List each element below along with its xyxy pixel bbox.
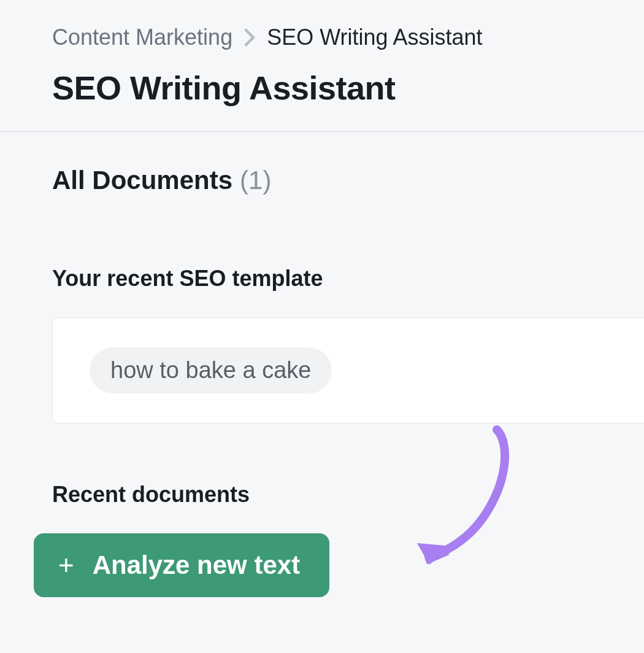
chevron-right-icon <box>243 28 256 47</box>
all-documents-label: All Documents <box>52 166 232 195</box>
analyze-button-label: Analyze new text <box>93 551 300 580</box>
header-section: Content Marketing SEO Writing Assistant … <box>0 0 644 131</box>
all-documents-count: (1) <box>240 166 271 195</box>
recent-documents-heading: Recent documents <box>52 482 644 508</box>
template-chip[interactable]: how to bake a cake <box>90 347 332 393</box>
recent-template-heading: Your recent SEO template <box>52 266 644 292</box>
plus-icon: + <box>58 552 74 579</box>
template-card[interactable]: how to bake a cake <box>52 317 644 423</box>
content-section: All Documents (1) Your recent SEO templa… <box>0 132 644 597</box>
analyze-new-text-button[interactable]: + Analyze new text <box>34 533 329 597</box>
breadcrumb-parent[interactable]: Content Marketing <box>52 25 232 50</box>
page-title: SEO Writing Assistant <box>52 69 644 107</box>
all-documents-heading: All Documents (1) <box>52 166 644 195</box>
breadcrumb-current: SEO Writing Assistant <box>267 25 482 50</box>
breadcrumb: Content Marketing SEO Writing Assistant <box>52 25 644 50</box>
